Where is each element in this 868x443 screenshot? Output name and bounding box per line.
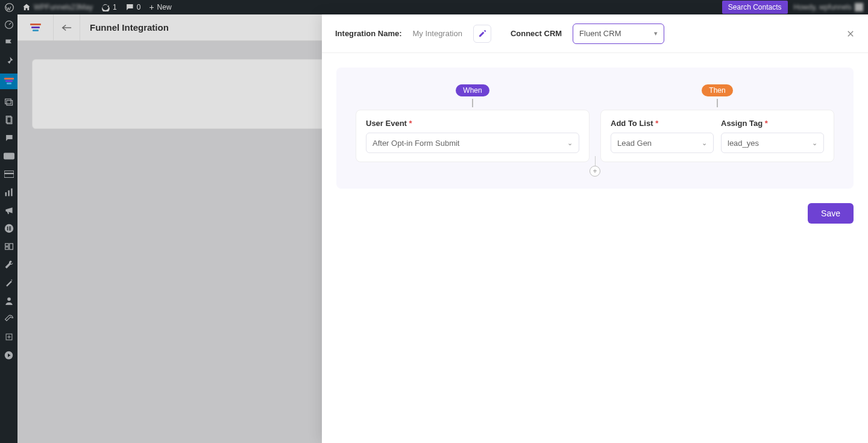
search-contacts-button[interactable]: Search Contacts (722, 1, 788, 14)
svg-point-17 (7, 297, 11, 301)
assign-tag-select[interactable]: lead_yes ⌄ (721, 133, 824, 153)
sidebar-card-icon[interactable] (4, 169, 14, 180)
add-step-button[interactable]: + (590, 166, 600, 177)
chevron-down-icon: ▾ (654, 30, 658, 37)
then-column: Then Add To List * Lead Gen (600, 84, 834, 162)
svg-rect-14 (9, 227, 11, 228)
sidebar-users-icon[interactable] (4, 295, 14, 306)
sidebar-settings-icon[interactable] (4, 313, 14, 324)
user-event-label: User Event * (366, 119, 579, 128)
sidebar-plugins-icon[interactable] (4, 331, 14, 342)
svg-rect-8 (4, 173, 14, 174)
svg-rect-13 (7, 227, 8, 230)
svg-rect-11 (11, 189, 12, 196)
sidebar-marketing-icon[interactable] (4, 205, 14, 216)
svg-rect-6 (4, 153, 14, 160)
edit-name-button[interactable] (473, 25, 491, 43)
then-pill: Then (702, 84, 732, 96)
updates-icon[interactable]: 1 (101, 3, 117, 11)
connect-crm-value: Fluent CRM (579, 29, 621, 38)
sidebar-wpfunnels-icon[interactable] (0, 74, 17, 89)
comments-icon[interactable]: 0 (125, 3, 141, 11)
svg-rect-10 (8, 190, 9, 196)
connect-crm-label: Connect CRM (511, 29, 562, 38)
save-button[interactable]: Save (808, 203, 854, 224)
sidebar-analytics-icon[interactable] (4, 187, 14, 198)
add-step-wrap: + (590, 156, 600, 177)
close-panel-button[interactable] (846, 30, 855, 38)
when-card: User Event * After Opt-in Form Submit ⌄ (356, 110, 590, 162)
wp-admin-sidebar (0, 14, 17, 443)
when-pill: When (456, 84, 489, 96)
chevron-down-icon: ⌄ (812, 139, 817, 147)
svg-rect-15 (9, 228, 11, 229)
sidebar-play-icon[interactable] (4, 350, 14, 360)
updates-count: 1 (113, 3, 117, 11)
user-event-value: After Opt-in Form Submit (373, 139, 459, 148)
svg-rect-2 (5, 99, 11, 104)
main-content: Funnel Integration Integration Name: My … (17, 14, 868, 443)
integration-name-label: Integration Name: (335, 29, 402, 38)
sidebar-dashboard-icon[interactable] (4, 19, 14, 30)
comments-count: 0 (137, 3, 141, 11)
sidebar-media-icon[interactable] (4, 96, 14, 107)
avatar-icon (855, 3, 863, 11)
wp-admin-bar: WPFunnels23May 1 0 + New Search Contacts… (0, 0, 868, 14)
panel-header: Integration Name: My Integration Connect… (322, 14, 868, 53)
sidebar-woo-icon[interactable] (4, 151, 14, 162)
sidebar-pin-icon[interactable] (4, 55, 14, 66)
new-label: New (157, 3, 172, 11)
sidebar-flag-icon[interactable] (4, 37, 14, 48)
svg-rect-9 (5, 192, 6, 196)
then-card: Add To List * Lead Gen ⌄ Assig (600, 110, 834, 162)
integration-name-value: My Integration (413, 29, 462, 38)
sidebar-templates-icon[interactable] (4, 241, 14, 252)
connector-dots (472, 99, 473, 107)
sidebar-pages-icon[interactable] (4, 115, 14, 125)
integration-panel: Integration Name: My Integration Connect… (322, 14, 868, 443)
new-button[interactable]: + New (149, 2, 171, 12)
sidebar-comments-icon[interactable] (4, 133, 14, 143)
automation-card: When User Event * After Opt-in Form Subm… (336, 68, 854, 189)
add-to-list-select[interactable]: Lead Gen ⌄ (611, 133, 714, 153)
sidebar-tools-icon[interactable] (4, 259, 14, 270)
connector-dots (717, 99, 718, 107)
site-name: WPFunnels23May (34, 3, 93, 11)
sidebar-elementor-icon[interactable] (4, 223, 14, 234)
svg-rect-16 (9, 230, 11, 231)
chevron-down-icon: ⌄ (702, 139, 707, 147)
svg-rect-3 (7, 101, 13, 105)
home-icon[interactable]: WPFunnels23May (22, 3, 93, 11)
howdy-user[interactable]: Howdy, wpfunnels (794, 3, 864, 11)
wp-logo-icon[interactable] (5, 3, 14, 12)
user-event-select[interactable]: After Opt-in Form Submit ⌄ (366, 133, 579, 153)
when-column: When User Event * After Opt-in Form Subm… (356, 84, 590, 162)
assign-tag-value: lead_yes (728, 139, 759, 148)
chevron-down-icon: ⌄ (567, 139, 573, 147)
connect-crm-select[interactable]: Fluent CRM ▾ (573, 24, 664, 44)
add-to-list-label: Add To List * (611, 119, 714, 128)
add-to-list-value: Lead Gen (617, 139, 652, 148)
sidebar-appearance-icon[interactable] (4, 277, 14, 288)
assign-tag-label: Assign Tag * (721, 119, 824, 128)
